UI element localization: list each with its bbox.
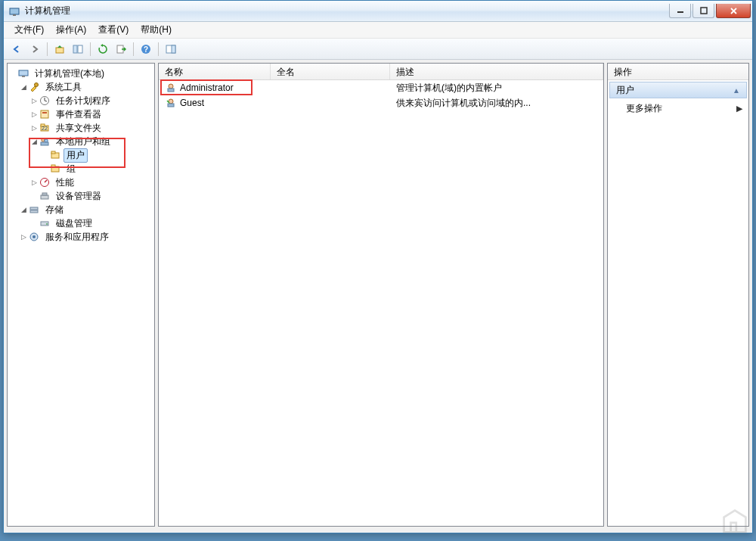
svg-rect-32 — [30, 210, 38, 213]
folder-icon — [49, 163, 61, 175]
window-title: 计算机管理 — [25, 5, 70, 17]
tree-shared-folders[interactable]: ▷ 22 共享文件夹 — [9, 121, 153, 135]
toolbar-separator — [133, 42, 134, 56]
svg-point-36 — [33, 235, 36, 238]
toolbar-separator — [158, 42, 159, 56]
menubar: 文件(F) 操作(A) 查看(V) 帮助(H) — [4, 22, 752, 39]
menu-view[interactable]: 查看(V) — [92, 22, 135, 38]
actions-header: 操作 — [608, 64, 748, 80]
svg-text:?: ? — [144, 45, 148, 54]
svg-rect-1 — [13, 14, 16, 16]
svg-rect-40 — [168, 104, 174, 107]
tree-system-tools[interactable]: ◢ 系统工具 — [9, 80, 153, 94]
titlebar[interactable]: 计算机管理 — [4, 1, 752, 22]
console-tree: ▶ 计算机管理(本地) ◢ 系统工具 ▷ 任务计划程序 ▷ — [8, 64, 154, 247]
toolbar-separator — [90, 42, 91, 56]
list-row-administrator[interactable]: Administrator 管理计算机(域)的内置帐户 — [159, 80, 603, 95]
tree-users[interactable]: ▷ 用户 — [9, 148, 153, 162]
export-button[interactable] — [113, 41, 129, 58]
help-button[interactable]: ? — [138, 41, 154, 58]
clock-icon — [39, 95, 51, 107]
tree-storage[interactable]: ◢ 存储 — [9, 203, 153, 216]
svg-rect-6 — [78, 45, 82, 53]
tree-performance[interactable]: ▷ 性能 — [9, 176, 153, 189]
svg-rect-30 — [42, 193, 47, 195]
tree-services-apps[interactable]: ▷ 服务和应用程序 — [9, 230, 153, 244]
list-header: 名称 全名 描述 — [159, 64, 603, 80]
menu-action[interactable]: 操作(A) — [50, 22, 92, 38]
tree-groups[interactable]: ▷ 组 — [9, 162, 153, 176]
col-fullname[interactable]: 全名 — [271, 64, 390, 79]
svg-rect-17 — [42, 112, 47, 113]
svg-point-14 — [35, 83, 39, 87]
tree-local-users-groups[interactable]: ◢ 本地用户和组 — [9, 135, 153, 148]
content-area: ▶ 计算机管理(本地) ◢ 系统工具 ▷ 任务计划程序 ▷ — [4, 60, 752, 530]
menu-help[interactable]: 帮助(H) — [135, 22, 178, 38]
event-icon — [39, 108, 51, 120]
svg-rect-27 — [51, 165, 55, 167]
device-icon — [39, 190, 51, 202]
storage-icon — [28, 204, 40, 216]
back-button[interactable] — [8, 41, 25, 58]
computer-icon — [17, 67, 29, 79]
svg-text:22: 22 — [42, 126, 48, 131]
tree-disk-management[interactable]: ▷ 磁盘管理 — [9, 216, 153, 230]
svg-rect-13 — [22, 76, 25, 77]
actions-section-label: 用户 — [616, 84, 634, 97]
svg-point-37 — [169, 84, 173, 89]
window-controls — [669, 4, 752, 18]
svg-rect-38 — [168, 89, 174, 92]
cell-description: 供来宾访问计算机或访问域的内... — [396, 97, 531, 110]
performance-icon — [39, 176, 51, 188]
users-groups-icon — [39, 135, 51, 148]
toolbar: ? — [4, 39, 752, 60]
list-row-guest[interactable]: Guest 供来宾访问计算机或访问域的内... — [159, 95, 603, 110]
svg-point-34 — [46, 223, 48, 225]
svg-rect-29 — [41, 195, 48, 199]
svg-rect-5 — [73, 45, 77, 53]
console-tree-button[interactable] — [70, 41, 86, 58]
svg-rect-23 — [41, 142, 48, 145]
tree-device-manager[interactable]: ▷ 设备管理器 — [9, 189, 153, 203]
cell-name: Guest — [180, 98, 204, 108]
actions-pane: 操作 用户 ▲ 更多操作 ▶ — [607, 63, 749, 527]
actions-more-label: 更多操作 — [626, 102, 662, 115]
services-icon — [28, 231, 40, 243]
close-button[interactable] — [716, 4, 751, 18]
tree-root[interactable]: ▶ 计算机管理(本地) — [9, 67, 153, 80]
svg-rect-11 — [172, 45, 175, 53]
user-icon — [165, 82, 177, 94]
toolbar-separator — [47, 42, 48, 56]
svg-rect-25 — [51, 151, 55, 154]
svg-rect-4 — [56, 48, 64, 53]
list-pane[interactable]: 名称 全名 描述 Administrator 管理计算机(域)的内置帐户 Gu — [158, 63, 604, 527]
list-body: Administrator 管理计算机(域)的内置帐户 Guest 供来宾访问计… — [159, 80, 603, 110]
tree-pane[interactable]: ▶ 计算机管理(本地) ◢ 系统工具 ▷ 任务计划程序 ▷ — [7, 63, 155, 527]
tree-event-viewer[interactable]: ▷ 事件查看器 — [9, 107, 153, 121]
shared-folder-icon: 22 — [39, 122, 51, 134]
tree-task-scheduler[interactable]: ▷ 任务计划程序 — [9, 94, 153, 107]
tools-icon — [28, 81, 40, 93]
actions-section-users[interactable]: 用户 ▲ — [609, 82, 747, 98]
disk-icon — [39, 217, 51, 229]
col-description[interactable]: 描述 — [390, 64, 603, 79]
cell-description: 管理计算机(域)的内置帐户 — [396, 82, 502, 95]
col-name[interactable]: 名称 — [159, 64, 271, 79]
maximize-button[interactable] — [692, 4, 714, 18]
actions-more[interactable]: 更多操作 ▶ — [608, 100, 748, 117]
chevron-right-icon: ▶ — [736, 104, 742, 113]
svg-rect-3 — [701, 8, 707, 14]
svg-rect-16 — [41, 110, 48, 118]
user-icon — [165, 97, 177, 109]
svg-rect-31 — [30, 207, 38, 210]
cell-name: Administrator — [180, 82, 234, 93]
forward-button[interactable] — [26, 41, 43, 58]
up-level-button[interactable] — [51, 41, 68, 58]
svg-rect-0 — [10, 8, 19, 14]
menu-file[interactable]: 文件(F) — [8, 22, 50, 38]
minimize-button[interactable] — [669, 4, 691, 18]
action-pane-button[interactable] — [163, 41, 179, 58]
refresh-button[interactable] — [94, 41, 111, 58]
folder-icon — [49, 149, 61, 161]
app-icon — [8, 5, 20, 17]
